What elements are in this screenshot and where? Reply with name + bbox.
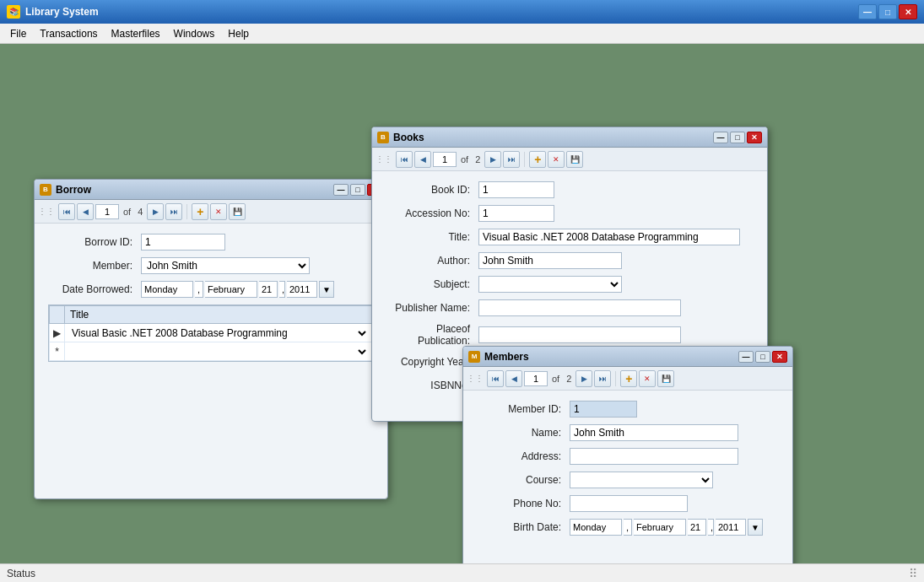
borrow-id-input[interactable] [141, 234, 225, 251]
books-title-label: Books [393, 132, 424, 143]
members-close-btn[interactable]: ✕ [772, 351, 787, 363]
member-birth-row: Birth Date: Monday , February 21 , 2011 … [477, 519, 779, 536]
book-id-input[interactable] [478, 181, 554, 198]
member-birth-calendar-btn[interactable]: ▼ [748, 519, 763, 536]
member-course-select[interactable] [570, 472, 713, 488]
borrow-member-select[interactable]: John Smith [141, 257, 310, 274]
borrow-add-btn[interactable]: + [192, 203, 208, 220]
menu-transactions[interactable]: Transactions [33, 26, 104, 41]
publisher-input[interactable] [478, 299, 681, 316]
borrow-current-page[interactable] [95, 204, 119, 219]
member-address-input[interactable] [570, 448, 738, 465]
accession-input[interactable] [478, 205, 554, 222]
borrow-first-btn[interactable]: ⏮ [58, 203, 75, 220]
borrow-total-pages: 4 [135, 207, 145, 217]
books-last-btn[interactable]: ⏭ [503, 151, 520, 168]
member-name-input[interactable] [570, 424, 738, 441]
book-id-label: Book ID: [386, 184, 478, 196]
books-window-controls: — □ ✕ [713, 132, 762, 143]
borrow-id-label: Borrow ID: [48, 236, 141, 248]
borrow-prev-btn[interactable]: ◀ [77, 203, 94, 220]
borrow-next-btn[interactable]: ▶ [147, 203, 164, 220]
member-birth-daynum: 21 [688, 519, 706, 536]
borrow-date-comma: , [195, 281, 203, 298]
borrow-date-calendar-btn[interactable]: ▼ [319, 281, 334, 298]
members-window-title: M Members — □ ✕ [463, 347, 792, 367]
app-title: Library System [25, 6, 99, 18]
member-address-label: Address: [477, 450, 570, 462]
member-phone-label: Phone No: [477, 498, 570, 509]
author-row: Author: [386, 252, 754, 269]
members-of-label: of [549, 374, 562, 384]
title-input[interactable] [478, 229, 740, 245]
status-label: Status [7, 568, 35, 579]
borrow-member-row: Member: John Smith [48, 257, 374, 274]
menu-file[interactable]: File [3, 26, 33, 41]
members-delete-btn[interactable]: ✕ [639, 370, 656, 387]
borrow-minimize-btn[interactable]: — [333, 184, 349, 196]
member-name-row: Name: [477, 424, 779, 441]
borrow-id-row: Borrow ID: [48, 234, 374, 251]
title-bar-controls: — □ ✕ [858, 4, 917, 19]
close-button[interactable]: ✕ [899, 4, 917, 19]
borrow-save-btn[interactable]: 💾 [229, 203, 246, 220]
menu-windows[interactable]: Windows [167, 26, 222, 41]
publisher-row: Publisher Name: [386, 299, 754, 316]
member-id-row: Member ID: [477, 401, 779, 418]
books-prev-btn[interactable]: ◀ [414, 151, 431, 168]
books-close-btn[interactable]: ✕ [747, 132, 762, 143]
subject-row: Subject: [386, 276, 754, 293]
books-delete-btn[interactable]: ✕ [548, 151, 565, 168]
borrow-date-year: 2011 [287, 281, 317, 298]
books-add-btn[interactable]: + [529, 151, 546, 168]
menu-masterfiles[interactable]: Masterfiles [105, 26, 167, 41]
books-save-btn[interactable]: 💾 [566, 151, 583, 168]
members-next-btn[interactable]: ▶ [575, 370, 592, 387]
author-input[interactable] [478, 252, 622, 269]
books-minimize-btn[interactable]: — [713, 132, 728, 143]
subject-select[interactable] [478, 276, 622, 293]
members-window: M Members — □ ✕ ⋮⋮ ⏮ ◀ of 2 ▶ ⏭ + ✕ 💾 Me… [462, 346, 793, 563]
borrow-last-btn[interactable]: ⏭ [165, 203, 182, 220]
books-first-btn[interactable]: ⏮ [396, 151, 413, 168]
title-row: Title: [386, 229, 754, 245]
members-add-btn[interactable]: + [620, 370, 637, 387]
author-label: Author: [386, 255, 478, 267]
workspace: B Borrow — □ ✕ ⋮⋮ ⏮ ◀ of 4 ▶ ⏭ + ✕ 💾 [0, 44, 924, 563]
members-minimize-btn[interactable]: — [738, 351, 754, 363]
members-save-btn[interactable]: 💾 [657, 370, 674, 387]
borrow-window: B Borrow — □ ✕ ⋮⋮ ⏮ ◀ of 4 ▶ ⏭ + ✕ 💾 [34, 179, 388, 499]
borrow-delete-btn[interactable]: ✕ [210, 203, 227, 220]
borrow-book-select-1[interactable]: Visual Basic .NET 2008 Database Programm… [68, 326, 369, 340]
books-current-page[interactable] [433, 152, 457, 167]
borrow-of-label: of [121, 207, 133, 217]
placeof-input[interactable] [478, 326, 681, 343]
books-maximize-btn[interactable]: □ [730, 132, 745, 143]
members-maximize-btn[interactable]: □ [755, 351, 770, 363]
members-prev-btn[interactable]: ◀ [505, 370, 522, 387]
member-id-input[interactable] [570, 401, 637, 418]
member-phone-input[interactable] [570, 495, 688, 512]
borrow-date-label: Date Borrowed: [48, 283, 141, 295]
members-last-btn[interactable]: ⏭ [594, 370, 611, 387]
books-of-label: of [458, 154, 471, 164]
borrow-table-title-header: Title [65, 306, 373, 324]
borrow-maximize-btn[interactable]: □ [350, 184, 365, 196]
books-next-btn[interactable]: ▶ [484, 151, 501, 168]
accession-label: Accession No: [386, 207, 478, 219]
members-first-btn[interactable]: ⏮ [487, 370, 504, 387]
placeof-row: Placeof Publication: [386, 323, 754, 347]
members-current-page[interactable] [524, 371, 548, 386]
borrow-form-content: Borrow ID: Member: John Smith Date Borro… [35, 224, 387, 498]
minimize-button[interactable]: — [858, 4, 877, 19]
members-total-pages: 2 [564, 374, 574, 384]
borrow-date-comma2: , [279, 281, 285, 298]
books-total-pages: 2 [473, 154, 483, 164]
borrow-title-label: Borrow [56, 184, 91, 196]
maximize-button[interactable]: □ [878, 4, 897, 19]
members-nav-toolbar: ⋮⋮ ⏮ ◀ of 2 ▶ ⏭ + ✕ 💾 [463, 367, 792, 391]
member-birth-comma: , [624, 519, 632, 536]
borrow-nav-toolbar: ⋮⋮ ⏮ ◀ of 4 ▶ ⏭ + ✕ 💾 [35, 200, 387, 224]
borrow-book-select-2[interactable] [68, 345, 369, 358]
menu-help[interactable]: Help [221, 26, 256, 41]
